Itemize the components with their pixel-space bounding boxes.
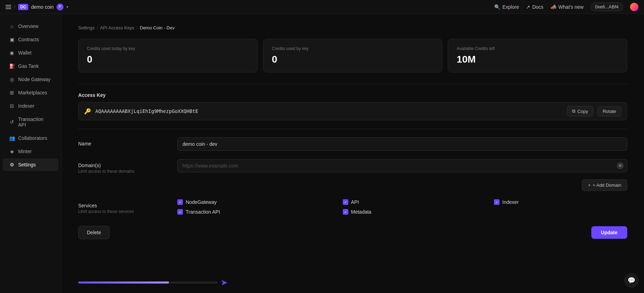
topbar-right: 🔍 Explore ↗ Docs 📣 What's new 0xe6...ABf…: [494, 2, 638, 11]
service-label-nodegateway: NodeGateway: [186, 199, 217, 205]
domain-form-row: Domain(s) Limit access to these domains …: [78, 159, 627, 191]
search-icon: 🔍: [494, 4, 500, 10]
service-label-metadata: Metadata: [351, 209, 371, 215]
stat-label-total: Credits used by key: [272, 46, 434, 51]
divider-2: [78, 129, 627, 129]
add-domain-button[interactable]: + + Add Domain: [582, 179, 627, 191]
env-badge: P: [57, 3, 64, 10]
breadcrumb-current: Demo Coin - Dev: [140, 25, 175, 30]
checkbox-nodegateway[interactable]: ✓: [177, 199, 183, 205]
domain-input[interactable]: [177, 159, 627, 172]
chevron-down-icon[interactable]: ▾: [66, 5, 68, 9]
contracts-icon: ▣: [9, 37, 15, 42]
checkmark-icon: ✓: [179, 200, 182, 204]
topbar-left: / DC demo coin P ▾: [6, 3, 491, 10]
domain-sublabel: Limit access to these domains: [78, 169, 169, 174]
service-label-indexer: Indexer: [502, 199, 519, 205]
checkbox-indexer[interactable]: ✓: [494, 199, 499, 205]
services-grid: ✓ NodeGateway ✓ API ✓ Indexer ✓ Transact…: [177, 199, 627, 215]
sidebar-item-marketplaces[interactable]: ⊞ Marketplaces: [3, 86, 58, 99]
topbar: / DC demo coin P ▾ 🔍 Explore ↗ Docs 📣 Wh…: [0, 0, 644, 14]
breadcrumb-sep-icon: /: [14, 4, 15, 10]
stat-label-available: Available Credits left: [457, 46, 619, 51]
name-control-col: [177, 137, 627, 151]
collaborators-icon: 👥: [9, 135, 15, 141]
name-label: Name: [78, 141, 169, 146]
copy-button[interactable]: ⧉ Copy: [567, 106, 593, 116]
services-sublabel: Limit access to these services: [78, 209, 169, 214]
chat-icon: 💬: [628, 277, 635, 284]
copy-icon: ⧉: [572, 108, 575, 114]
wallet-address[interactable]: 0xe6...ABf4: [591, 2, 623, 11]
checkmark-icon: ✓: [344, 210, 347, 214]
access-key-row: 🔑 AQAAAAAAAABXjLqiEhIg9MhezpGoXXQHBtE ⧉ …: [78, 102, 627, 120]
sidebar-item-indexer[interactable]: ⊟ Indexer: [3, 100, 58, 112]
rotate-button[interactable]: Rotate: [598, 106, 621, 116]
sidebar-item-overview[interactable]: ⌂ Overview: [3, 20, 58, 33]
services-form-row: Services Limit access to these services …: [78, 199, 627, 215]
whats-new-button[interactable]: 📣 What's new: [550, 4, 584, 10]
indexer-icon: ⊟: [9, 103, 15, 109]
sidebar-item-settings[interactable]: ⚙ Settings: [3, 158, 58, 171]
service-item-transaction-api: ✓ Transaction API: [177, 209, 329, 215]
key-icon: 🔑: [84, 108, 91, 115]
update-button[interactable]: Update: [591, 226, 627, 239]
checkbox-metadata[interactable]: ✓: [343, 209, 348, 215]
sidebar-item-gas-tank[interactable]: ⛽ Gas Tank: [3, 60, 58, 72]
checkmark-icon: ✓: [495, 200, 498, 204]
service-label-transaction-api: Transaction API: [186, 209, 220, 215]
domain-input-wrap: ✕: [177, 159, 627, 172]
stat-value-today: 0: [87, 54, 249, 65]
name-input[interactable]: [177, 137, 627, 151]
sidebar-item-contracts[interactable]: ▣ Contracts: [3, 33, 58, 46]
domain-control-col: ✕ + + Add Domain: [177, 159, 627, 191]
marketplaces-icon: ⊞: [9, 90, 15, 95]
name-form-row: Name: [78, 137, 627, 151]
home-icon: ⌂: [9, 23, 15, 29]
minter-icon: ◈: [9, 149, 15, 154]
service-label-api: API: [351, 199, 359, 205]
explore-button[interactable]: 🔍 Explore: [494, 4, 519, 10]
stat-value-total: 0: [272, 54, 434, 65]
stats-row: Credits used today by key 0 Credits used…: [78, 39, 627, 72]
breadcrumb-settings[interactable]: Settings: [78, 25, 95, 30]
sidebar: ⌂ Overview ▣ Contracts ◉ Wallet ⛽ Gas Ta…: [0, 14, 61, 293]
stat-value-available: 10M: [457, 54, 619, 65]
checkmark-icon: ✓: [344, 200, 347, 204]
stat-label-today: Credits used today by key: [87, 46, 249, 51]
footer-row: Delete Update: [78, 226, 627, 239]
main-content: Settings / API Access Keys / Demo Coin -…: [61, 14, 644, 293]
sidebar-item-transaction-api[interactable]: ↺ Transaction API: [3, 113, 58, 131]
sidebar-item-minter[interactable]: ◈ Minter: [3, 145, 58, 158]
clear-domain-button[interactable]: ✕: [617, 162, 624, 169]
docs-button[interactable]: ↗ Docs: [526, 4, 543, 10]
settings-icon: ⚙: [9, 162, 15, 167]
dc-badge: DC: [18, 4, 28, 10]
checkbox-api[interactable]: ✓: [343, 199, 348, 205]
access-key-section-label: Access Key: [78, 92, 627, 98]
sidebar-item-collaborators[interactable]: 👥 Collaborators: [3, 132, 58, 144]
hamburger-icon[interactable]: [6, 5, 11, 9]
services-label-col: Services Limit access to these services: [78, 199, 169, 214]
breadcrumb-div-2: /: [136, 25, 138, 30]
breadcrumb-div-1: /: [97, 25, 98, 30]
checkbox-transaction-api[interactable]: ✓: [177, 209, 183, 215]
breadcrumb-api-keys[interactable]: API Access Keys: [100, 25, 134, 30]
access-key-value: AQAAAAAAAABXjLqiEhIg9MhezpGoXXQHBtE: [95, 108, 563, 114]
service-item-nodegateway: ✓ NodeGateway: [177, 199, 329, 205]
sidebar-item-wallet[interactable]: ◉ Wallet: [3, 47, 58, 59]
delete-button[interactable]: Delete: [78, 226, 110, 239]
name-label-col: Name: [78, 137, 169, 147]
avatar[interactable]: [630, 3, 638, 11]
plus-icon: +: [588, 183, 591, 188]
chat-bubble-button[interactable]: 💬: [624, 273, 638, 287]
divider-1: [78, 84, 627, 84]
stat-card-total: Credits used by key 0: [263, 39, 443, 72]
stat-card-available: Available Credits left 10M: [448, 39, 627, 72]
sidebar-item-node-gateway[interactable]: ◎ Node Gateway: [3, 73, 58, 86]
project-name: demo coin: [31, 4, 54, 10]
stat-card-today: Credits used today by key 0: [78, 39, 258, 72]
service-item-indexer: ✓ Indexer: [494, 199, 627, 205]
layout: ⌂ Overview ▣ Contracts ◉ Wallet ⛽ Gas Ta…: [0, 14, 644, 293]
megaphone-icon: 📣: [550, 4, 556, 10]
